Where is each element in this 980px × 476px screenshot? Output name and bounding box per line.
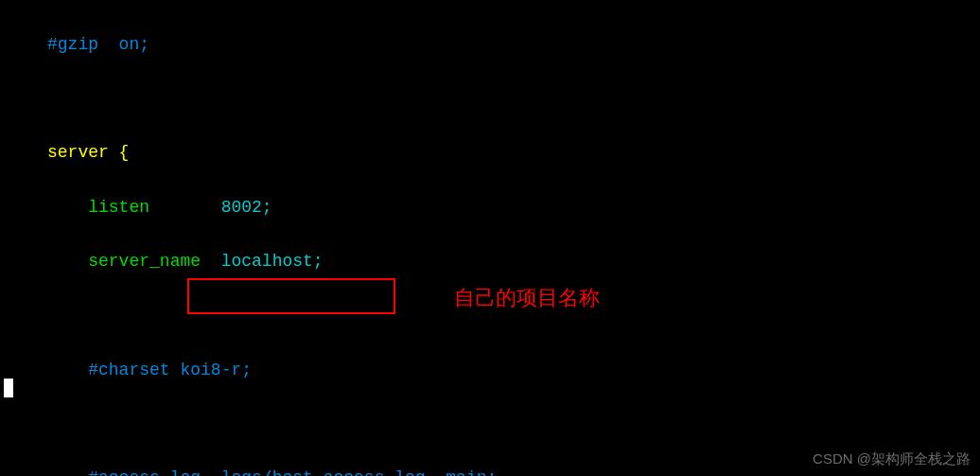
- code-line: listen 8002;: [0, 194, 980, 221]
- keyword: server: [47, 143, 109, 162]
- brace-open: {: [109, 143, 130, 162]
- code-line: [0, 411, 980, 438]
- value: 8002;: [149, 198, 272, 217]
- code-line: server {: [0, 139, 980, 167]
- value: localhost;: [201, 252, 324, 271]
- directive: listen: [88, 198, 149, 217]
- comment-text: #charset koi8-r;: [88, 361, 252, 379]
- directive: server_name: [88, 252, 201, 271]
- watermark-text: CSDN @架构师全栈之路: [813, 448, 971, 470]
- code-editor[interactable]: #gzip on; server { listen 8002; server_n…: [0, 4, 980, 476]
- code-line: #gzip on;: [0, 31, 980, 59]
- code-line: [0, 302, 980, 329]
- cursor-icon: [4, 379, 13, 397]
- code-line: server_name localhost;: [0, 248, 980, 275]
- comment-text: #gzip on;: [47, 35, 149, 54]
- comment-text: #access_log logs/host.access.log main;: [88, 468, 497, 476]
- code-line: [0, 85, 980, 113]
- code-line: #charset koi8-r;: [0, 357, 980, 384]
